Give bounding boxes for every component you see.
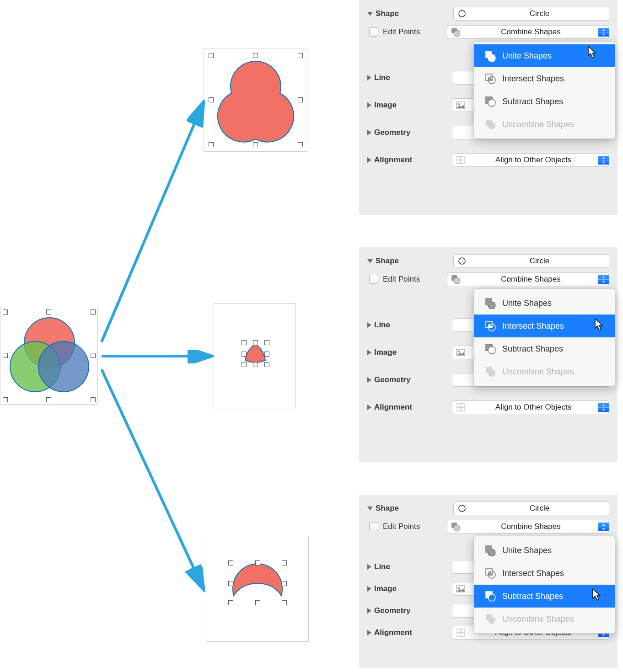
svg-point-22 bbox=[459, 258, 465, 264]
menu-intersect-shapes[interactable]: Intersect Shapes bbox=[474, 315, 615, 337]
edit-points-checkbox[interactable] bbox=[369, 522, 378, 531]
uncombine-icon bbox=[482, 613, 499, 625]
menu-intersect-shapes[interactable]: Intersect Shapes bbox=[474, 67, 615, 90]
intersect-result-box bbox=[214, 303, 296, 409]
disclosure-right-icon[interactable] bbox=[367, 322, 371, 328]
menu-subtract-shapes[interactable]: Subtract Shapes bbox=[474, 337, 615, 360]
svg-line-5 bbox=[102, 369, 203, 587]
svg-point-40 bbox=[454, 525, 460, 531]
section-line[interactable]: Line bbox=[374, 320, 452, 330]
section-line[interactable]: Line bbox=[374, 73, 452, 82]
shape-type-select[interactable]: Circle bbox=[453, 254, 609, 268]
combine-shapes-button[interactable]: Combine Shapes ▲▼ bbox=[447, 272, 609, 286]
disclosure-right-icon[interactable] bbox=[367, 350, 371, 355]
image-icon bbox=[452, 585, 469, 592]
section-geometry[interactable]: Geometry bbox=[374, 128, 452, 137]
arrow-to-subtract bbox=[100, 366, 209, 594]
section-shape[interactable]: Shape bbox=[376, 9, 453, 18]
svg-point-8 bbox=[454, 30, 460, 37]
section-image[interactable]: Image bbox=[374, 348, 452, 357]
source-shape-box bbox=[0, 307, 98, 405]
section-geometry[interactable]: Geometry bbox=[374, 606, 452, 615]
disclosure-right-icon[interactable] bbox=[367, 75, 371, 80]
menu-subtract-shapes[interactable]: Subtract Shapes bbox=[474, 90, 615, 113]
section-alignment[interactable]: Alignment bbox=[374, 155, 452, 165]
combine-shapes-icon bbox=[447, 274, 464, 284]
menu-unite-shapes[interactable]: Unite Shapes bbox=[474, 539, 615, 562]
section-shape[interactable]: Shape bbox=[376, 504, 453, 513]
arrow-to-unite bbox=[100, 100, 209, 347]
disclosure-right-icon[interactable] bbox=[367, 405, 371, 410]
align-grid-icon bbox=[452, 629, 469, 637]
subtract-icon bbox=[482, 590, 499, 602]
intersect-icon bbox=[482, 320, 499, 332]
disclosure-down-icon[interactable] bbox=[367, 12, 373, 16]
combine-menu: Unite Shapes Intersect Shapes Subtract S… bbox=[473, 288, 615, 386]
section-image[interactable]: Image bbox=[374, 101, 452, 110]
svg-point-29 bbox=[458, 351, 460, 352]
svg-point-35 bbox=[488, 347, 495, 354]
disclosure-right-icon[interactable] bbox=[367, 564, 371, 570]
unite-result-box bbox=[204, 48, 307, 152]
menu-uncombine-shapes: Uncombine Shapes bbox=[474, 608, 615, 630]
align-grid-icon bbox=[452, 156, 469, 164]
disclosure-down-icon[interactable] bbox=[367, 259, 373, 263]
menu-uncombine-shapes: Uncombine Shapes bbox=[474, 113, 615, 136]
combine-stepper[interactable]: ▲▼ bbox=[598, 523, 609, 531]
disclosure-right-icon[interactable] bbox=[367, 130, 371, 135]
svg-point-19 bbox=[488, 99, 495, 107]
subtract-icon bbox=[482, 96, 499, 107]
edit-points-checkbox[interactable] bbox=[369, 27, 378, 37]
section-alignment[interactable]: Alignment bbox=[374, 628, 452, 637]
disclosure-down-icon[interactable] bbox=[367, 507, 373, 511]
menu-subtract-shapes[interactable]: Subtract Shapes bbox=[474, 585, 615, 608]
edit-points-label: Edit Points bbox=[383, 522, 447, 531]
image-icon bbox=[452, 101, 469, 109]
unite-icon bbox=[482, 297, 499, 309]
shape-type-select[interactable]: Circle bbox=[453, 501, 609, 515]
svg-point-37 bbox=[488, 369, 495, 377]
disclosure-right-icon[interactable] bbox=[367, 102, 371, 108]
section-geometry[interactable]: Geometry bbox=[374, 375, 452, 384]
circle-icon bbox=[454, 504, 470, 512]
subtract-result-box bbox=[206, 536, 309, 642]
combine-shapes-icon bbox=[447, 27, 464, 37]
uncombine-icon bbox=[482, 366, 499, 378]
disclosure-right-icon[interactable] bbox=[367, 586, 371, 592]
combine-shapes-button[interactable]: Combine Shapes ▲▼ bbox=[447, 25, 609, 39]
unite-icon bbox=[482, 50, 499, 62]
combine-shapes-button[interactable]: Combine Shapes ▲▼ bbox=[447, 520, 609, 533]
intersect-icon bbox=[482, 73, 499, 85]
edit-points-label: Edit Points bbox=[383, 27, 447, 37]
unite-icon bbox=[482, 544, 499, 556]
svg-point-2 bbox=[38, 341, 89, 392]
svg-point-6 bbox=[459, 11, 465, 17]
uncombine-icon bbox=[482, 118, 499, 130]
disclosure-right-icon[interactable] bbox=[367, 608, 371, 613]
combine-menu: Unite Shapes Intersect Shapes Subtract S… bbox=[473, 536, 615, 634]
section-line[interactable]: Line bbox=[374, 562, 452, 571]
section-image[interactable]: Image bbox=[374, 584, 452, 593]
align-grid-icon bbox=[452, 403, 469, 411]
disclosure-right-icon[interactable] bbox=[367, 630, 371, 635]
section-alignment[interactable]: Alignment bbox=[374, 403, 452, 412]
svg-point-53 bbox=[488, 617, 495, 624]
menu-unite-shapes[interactable]: Unite Shapes bbox=[474, 292, 615, 315]
alignment-select[interactable]: Align to Other Objects ▲▼ bbox=[452, 153, 609, 167]
alignment-select[interactable]: Align to Other Objects ▲▼ bbox=[452, 400, 609, 414]
disclosure-right-icon[interactable] bbox=[367, 377, 371, 383]
inspector-panel-unite: Shape Circle Edit Points Combine Shapes … bbox=[359, 0, 618, 215]
menu-intersect-shapes[interactable]: Intersect Shapes bbox=[474, 562, 615, 585]
disclosure-right-icon[interactable] bbox=[367, 157, 371, 163]
section-shape[interactable]: Shape bbox=[376, 256, 453, 266]
edit-points-checkbox[interactable] bbox=[369, 275, 378, 284]
menu-uncombine-shapes: Uncombine Shapes bbox=[474, 360, 615, 383]
inspector-panel-intersect: Shape Circle Edit Points Combine Shapes … bbox=[359, 247, 618, 462]
inspector-panel-subtract: Shape Circle Edit Points Combine Shapes … bbox=[359, 495, 618, 668]
menu-unite-shapes[interactable]: Unite Shapes bbox=[474, 44, 615, 67]
shape-type-select[interactable]: Circle bbox=[453, 7, 609, 21]
svg-point-21 bbox=[488, 122, 495, 129]
combine-stepper[interactable]: ▲▼ bbox=[598, 275, 609, 284]
combine-stepper[interactable]: ▲▼ bbox=[598, 28, 609, 37]
edit-points-label: Edit Points bbox=[383, 275, 447, 284]
